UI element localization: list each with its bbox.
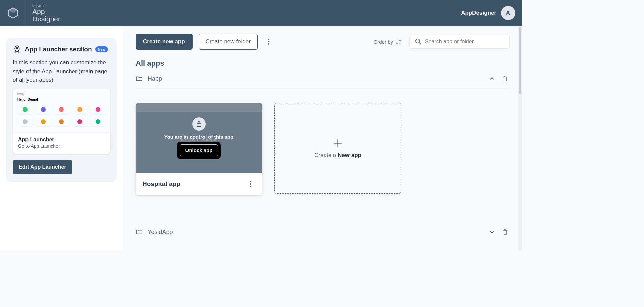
hexagon-logo-icon	[7, 7, 19, 19]
folder-icon	[136, 228, 143, 236]
svg-line-6	[419, 43, 421, 44]
lock-icon	[196, 121, 202, 127]
app-card-hospital: START HERE You are in control of this ap…	[136, 103, 262, 195]
brand-block: bizagi App Designer	[32, 3, 60, 23]
app-card-more-button[interactable]	[246, 179, 256, 189]
new-app-bold: New app	[338, 152, 361, 158]
preview-brand: bizagi	[17, 92, 106, 96]
chevron-down-icon	[489, 229, 495, 235]
brand-line2: Designer	[32, 15, 60, 23]
info-card-title: App Launcher section	[25, 46, 92, 53]
ghost-start-text: START HERE	[181, 137, 217, 142]
app-launcher-info-card: App Launcher section New In this section…	[6, 38, 117, 182]
rocket-icon	[13, 45, 21, 54]
folder-row-yesidapp: YesidApp	[136, 227, 510, 242]
brand-line1: App	[32, 8, 60, 15]
scrollbar-thumb[interactable]	[519, 27, 521, 94]
search-input[interactable]	[425, 39, 504, 45]
folder-row-happ: Happ	[136, 74, 510, 88]
svg-point-2	[16, 48, 18, 49]
all-apps-title: All apps	[136, 59, 510, 68]
new-app-prefix: Create a	[314, 152, 338, 158]
toolbar-more-button[interactable]	[264, 37, 274, 47]
preview-image: bizagi Hello, Demo!	[13, 89, 110, 133]
svg-marker-1	[8, 8, 18, 13]
search-box[interactable]	[409, 35, 510, 49]
delete-folder-button[interactable]	[501, 227, 510, 237]
preview-tile	[72, 117, 88, 126]
lock-circle	[192, 117, 206, 131]
order-by-label: Order by	[374, 39, 393, 45]
preview-tile	[72, 105, 88, 114]
search-icon	[415, 38, 422, 45]
new-app-text: Create a New app	[314, 152, 361, 159]
expand-folder-button[interactable]	[488, 228, 496, 236]
trash-icon	[502, 75, 508, 82]
folder-icon	[136, 75, 143, 82]
preview-tile	[17, 105, 33, 114]
avatar[interactable]: A	[501, 6, 515, 20]
info-card-description: In this section you can customize the st…	[13, 58, 110, 84]
sort-az-icon: A Z	[396, 39, 403, 45]
preview-tile	[36, 105, 51, 114]
header: bizagi App Designer AppDesigner A	[0, 0, 522, 26]
preview-tile	[54, 117, 69, 126]
preview-hello: Hello, Demo!	[17, 98, 106, 101]
unlock-app-button[interactable]: Unlock app	[180, 144, 218, 156]
preview-tile	[17, 117, 33, 126]
folder-name[interactable]: Happ	[148, 75, 483, 82]
plus-icon	[333, 138, 343, 148]
user-block: AppDesigner A	[461, 6, 515, 20]
svg-text:Z: Z	[399, 42, 401, 45]
app-card-name: Hospital app	[142, 180, 180, 188]
folder-name[interactable]: YesidApp	[148, 229, 483, 236]
chevron-up-icon	[489, 76, 495, 82]
svg-point-5	[416, 39, 420, 43]
svg-text:A: A	[399, 39, 401, 42]
go-to-app-launcher-link[interactable]: Go to App Launcher	[18, 143, 60, 149]
create-new-app-button[interactable]: Create new app	[136, 34, 193, 50]
create-new-folder-button[interactable]: Create new folder	[199, 34, 258, 50]
sidebar: App Launcher section New In this section…	[0, 26, 123, 250]
toolbar: Create new app Create new folder Order b…	[136, 34, 510, 50]
scrollbar[interactable]	[518, 26, 522, 250]
preview-tile	[90, 105, 106, 114]
unlock-highlight: Unlock app	[177, 142, 221, 159]
main-content: Create new app Create new folder Order b…	[123, 26, 522, 250]
order-by-control[interactable]: Order by A Z	[374, 39, 403, 45]
user-name: AppDesigner	[461, 10, 496, 16]
edit-app-launcher-button[interactable]: Edit App Launcher	[13, 160, 72, 174]
app-card-preview: START HERE You are in control of this ap…	[136, 103, 262, 173]
preview-tile	[54, 105, 69, 114]
brand-small: bizagi	[32, 3, 60, 8]
new-badge: New	[95, 46, 108, 52]
trash-icon	[502, 229, 508, 235]
app-launcher-preview: bizagi Hello, Demo! App Launcher Go to A…	[13, 89, 110, 154]
logo-box	[0, 0, 26, 26]
create-new-app-card[interactable]: Create a New app	[274, 103, 401, 194]
delete-folder-button[interactable]	[501, 74, 510, 83]
preview-tile	[90, 117, 106, 126]
svg-rect-7	[197, 124, 201, 127]
preview-footer-title: App Launcher	[18, 137, 105, 143]
collapse-folder-button[interactable]	[488, 74, 496, 83]
preview-tile	[36, 117, 51, 126]
